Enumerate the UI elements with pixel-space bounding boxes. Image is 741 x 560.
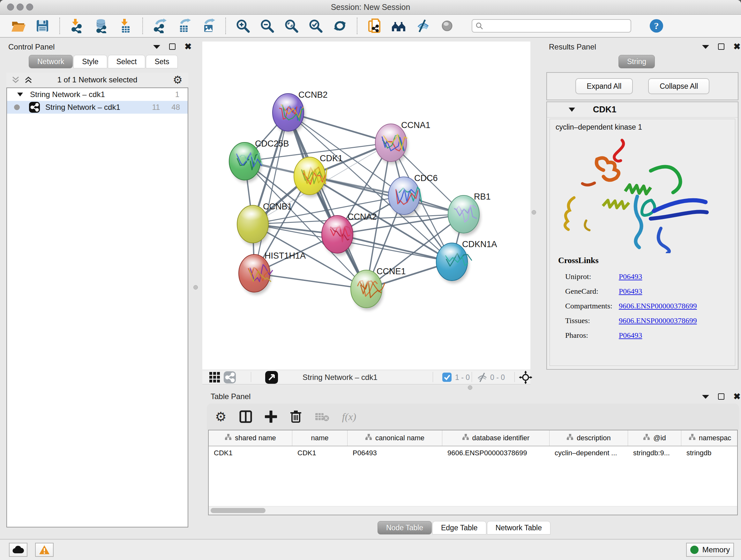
panel-close-icon[interactable]: ✖ xyxy=(733,393,741,400)
column-header-database-identifier[interactable]: database identifier xyxy=(442,430,549,446)
table-cell[interactable]: 9606.ENSP00000378699 xyxy=(442,449,549,457)
grid-view-icon[interactable] xyxy=(209,372,220,383)
tab-sets[interactable]: Sets xyxy=(146,55,178,68)
table-row[interactable]: CDK1CDK1P064939606.ENSP00000378699cyclin… xyxy=(209,446,737,460)
fit-content-icon[interactable] xyxy=(519,371,532,384)
crosslinks-title: CrossLinks xyxy=(558,256,599,265)
crosslink-link[interactable]: P06493 xyxy=(619,287,642,296)
search-field[interactable] xyxy=(472,19,631,33)
memory-button[interactable]: Memory xyxy=(686,543,734,557)
panel-close-icon[interactable]: ✖ xyxy=(185,44,192,50)
network-node-ccnb1[interactable]: CCNB1 xyxy=(237,202,292,246)
column-header-label: name xyxy=(311,434,328,442)
hidden-items-icon[interactable] xyxy=(477,373,488,382)
tab-network[interactable]: Network xyxy=(29,55,73,68)
export-network-icon[interactable] xyxy=(152,18,167,33)
horizontal-scrollbar[interactable] xyxy=(209,506,737,515)
table-options-gear-icon[interactable]: ⚙ xyxy=(215,410,226,423)
crosslink-link[interactable]: 9606.ENSP00000378699 xyxy=(619,302,697,310)
network-node-cdc6[interactable]: CDC6 xyxy=(388,173,438,217)
document-network-icon[interactable] xyxy=(367,18,382,33)
table-cell[interactable]: CDK1 xyxy=(292,449,347,457)
table-cell[interactable]: cyclin–dependent ... xyxy=(549,449,628,457)
warnings-button[interactable] xyxy=(35,543,54,557)
section-collapse-icon[interactable] xyxy=(569,108,575,112)
tab-edge-table[interactable]: Edge Table xyxy=(432,521,486,535)
tab-node-table[interactable]: Node Table xyxy=(378,521,432,535)
help-icon[interactable]: ? xyxy=(649,18,664,33)
zoom-out-icon[interactable] xyxy=(260,18,274,33)
panel-collapse-icon[interactable] xyxy=(702,44,709,49)
zoom-fit-icon[interactable] xyxy=(284,18,299,33)
column-header-canonical-name[interactable]: canonical name xyxy=(347,430,442,446)
network-node-ccne1[interactable]: CCNE1 xyxy=(351,266,406,310)
crosslink-link[interactable]: P06493 xyxy=(619,272,642,281)
import-database-icon[interactable] xyxy=(94,18,109,33)
zoom-in-icon[interactable] xyxy=(235,18,250,33)
network-options-gear-icon[interactable]: ⚙ xyxy=(173,74,183,85)
export-image-icon[interactable] xyxy=(201,18,216,33)
tab-network-table[interactable]: Network Table xyxy=(487,521,550,535)
selected-checkbox[interactable] xyxy=(442,373,452,382)
panel-float-icon[interactable] xyxy=(169,44,176,50)
delete-table-icon[interactable] xyxy=(315,411,329,422)
scrollbar-thumb[interactable] xyxy=(211,508,266,513)
add-column-icon[interactable] xyxy=(265,411,277,423)
panel-collapse-icon[interactable] xyxy=(153,44,160,49)
table-cell[interactable]: stringdb:9... xyxy=(628,449,681,457)
panel-close-icon[interactable]: ✖ xyxy=(733,44,741,50)
column-header-description[interactable]: description xyxy=(549,430,628,446)
column-header-namespac[interactable]: namespac xyxy=(681,430,738,446)
table-cell[interactable]: stringdb xyxy=(681,449,738,457)
network-edge[interactable] xyxy=(288,112,366,289)
network-collection-row[interactable]: String Network – cdk1 1 xyxy=(7,88,188,101)
delete-column-icon[interactable] xyxy=(290,410,302,423)
collapse-all-button[interactable]: Collapse All xyxy=(648,78,710,94)
refresh-icon[interactable] xyxy=(333,18,347,33)
network-row[interactable]: String Network – cdk1 11 48 xyxy=(7,101,188,114)
column-header-shared-name[interactable]: shared name xyxy=(209,430,292,446)
bottom-splitter-handle[interactable] xyxy=(468,385,472,390)
gene-section-header[interactable]: CDK1 xyxy=(547,102,738,118)
network-canvas[interactable]: CCNB2CCNA1CDC25BCDK1CDC6RB1CCNB1CCNA2CDK… xyxy=(202,42,530,370)
tab-select[interactable]: Select xyxy=(108,55,145,68)
network-node-ccnb2[interactable]: CCNB2 xyxy=(273,90,328,134)
export-table-icon[interactable] xyxy=(177,18,192,33)
tab-style[interactable]: Style xyxy=(73,55,107,68)
open-session-icon[interactable] xyxy=(11,18,25,33)
network-node-hist1h1a[interactable]: HIST1H1A xyxy=(239,251,306,295)
show-graphics-icon[interactable] xyxy=(440,18,455,33)
birdseye-view-icon[interactable] xyxy=(265,371,278,384)
column-header--id[interactable]: @id xyxy=(628,430,681,446)
right-splitter-handle[interactable] xyxy=(532,210,536,214)
zoom-selected-icon[interactable] xyxy=(308,18,323,33)
save-session-icon[interactable] xyxy=(35,18,50,33)
tab-string[interactable]: String xyxy=(618,55,655,68)
hide-graphics-icon[interactable] xyxy=(415,18,430,33)
search-input[interactable] xyxy=(486,21,627,30)
network-node-ccna1[interactable]: CCNA1 xyxy=(375,120,430,164)
function-builder-icon[interactable]: f(x) xyxy=(342,411,356,423)
panel-float-icon[interactable] xyxy=(718,393,724,400)
left-splitter-handle[interactable] xyxy=(193,285,198,290)
network-node-rb1[interactable]: RB1 xyxy=(448,192,491,236)
column-header-name[interactable]: name xyxy=(292,430,347,446)
table-cell[interactable]: P06493 xyxy=(347,449,442,457)
expand-all-button[interactable]: Expand All xyxy=(576,78,633,94)
string-view-icon[interactable] xyxy=(223,371,236,384)
show-columns-icon[interactable] xyxy=(239,410,252,423)
network-graph[interactable]: CCNB2CCNA1CDC25BCDK1CDC6RB1CCNB1CCNA2CDK… xyxy=(202,42,530,370)
import-table-icon[interactable] xyxy=(118,18,133,33)
home-legacy-icon[interactable] xyxy=(391,18,406,33)
network-edge[interactable] xyxy=(254,112,288,273)
crosslink-link[interactable]: P06493 xyxy=(619,331,642,340)
network-node-ccna2[interactable]: CCNA2 xyxy=(322,212,377,256)
import-network-icon[interactable] xyxy=(70,18,84,33)
panel-collapse-icon[interactable] xyxy=(702,394,709,399)
cloud-button[interactable] xyxy=(9,543,27,557)
crosslink-link[interactable]: 9606.ENSP00000378699 xyxy=(619,316,697,325)
table-cell[interactable]: CDK1 xyxy=(209,449,292,457)
tree-expand-icon[interactable] xyxy=(17,92,23,97)
network-node-cdkn1a[interactable]: CDKN1A xyxy=(436,240,497,283)
panel-float-icon[interactable] xyxy=(718,44,724,50)
